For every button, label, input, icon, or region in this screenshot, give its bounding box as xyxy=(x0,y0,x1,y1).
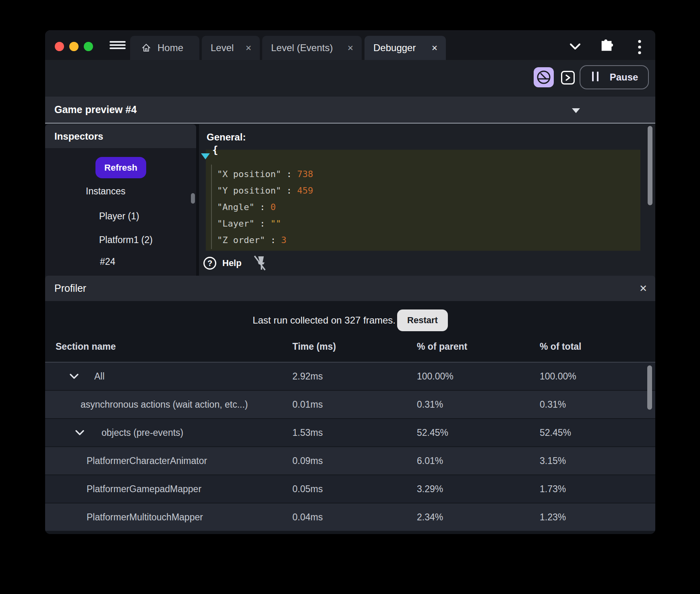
percent-of-parent: 3.29% xyxy=(417,484,443,495)
time-ms: 0.01ms xyxy=(292,399,323,410)
json-indent-guide xyxy=(211,165,212,249)
kebab-menu-icon[interactable] xyxy=(637,39,642,55)
inspector-item-24[interactable]: #24 xyxy=(100,256,115,267)
profiler-scrollbar[interactable] xyxy=(647,365,652,410)
tab-close-icon[interactable]: ✕ xyxy=(347,43,354,53)
section-name: All xyxy=(94,371,105,382)
tab-label: Debugger xyxy=(373,42,416,54)
time-ms: 0.04ms xyxy=(292,512,323,523)
refresh-button[interactable]: Refresh xyxy=(95,157,146,178)
window-close-button[interactable] xyxy=(55,42,64,51)
tab-home[interactable]: Home xyxy=(130,36,199,60)
collapse-caret-icon[interactable] xyxy=(572,108,580,113)
section-name: PlatformerCharacterAnimator xyxy=(87,456,207,466)
json-line: "Y position" : 459 xyxy=(217,186,313,196)
json-line: "Layer" : "" xyxy=(217,219,281,229)
general-scrollbar[interactable] xyxy=(648,126,652,205)
table-row[interactable]: PlatformerCharacterAnimator 0.09ms 6.01%… xyxy=(45,447,655,475)
json-line: "X position" : 738 xyxy=(217,169,313,179)
window-zoom-button[interactable] xyxy=(84,42,93,51)
pause-icon xyxy=(590,72,600,83)
inspectors-header: Inspectors xyxy=(45,124,196,148)
restart-button[interactable]: Restart xyxy=(397,309,448,331)
profiler-toggle-button[interactable] xyxy=(534,67,554,87)
tab-label: Home xyxy=(157,42,183,54)
tab-debugger[interactable]: Debugger ✕ xyxy=(364,36,446,60)
section-name: objects (pre-events) xyxy=(101,427,183,438)
json-open-brace: { xyxy=(212,144,218,156)
inspector-item-player[interactable]: Player (1) xyxy=(99,211,139,222)
home-icon xyxy=(141,42,152,54)
column-section-name: Section name xyxy=(56,341,116,352)
chevron-down-icon[interactable] xyxy=(75,430,85,436)
time-ms: 0.09ms xyxy=(292,456,323,466)
pause-label: Pause xyxy=(610,72,638,83)
extensions-puzzle-icon[interactable] xyxy=(599,38,614,54)
tab-level-events[interactable]: Level (Events) ✕ xyxy=(262,36,362,60)
json-line: "Angle" : 0 xyxy=(217,202,276,212)
percent-of-total: 1.23% xyxy=(540,512,566,523)
tab-close-icon[interactable]: ✕ xyxy=(245,43,252,53)
percent-of-parent: 2.34% xyxy=(417,512,443,523)
percent-of-total: 52.45% xyxy=(540,427,571,438)
tab-label: Level xyxy=(211,42,234,54)
pause-button[interactable]: Pause xyxy=(580,65,649,89)
help-icon[interactable]: ? xyxy=(203,257,216,270)
tab-close-icon[interactable]: ✕ xyxy=(431,43,438,53)
general-panel: General: { "X position" : 738 "Y positio… xyxy=(199,124,655,276)
menu-hamburger-icon[interactable] xyxy=(110,41,126,50)
inspectors-panel: Inspectors Refresh Instances Player (1) … xyxy=(45,124,196,276)
inspectors-scrollbar[interactable] xyxy=(191,193,195,204)
time-ms: 0.05ms xyxy=(292,484,323,495)
profiler-close-icon[interactable]: ✕ xyxy=(639,276,647,301)
table-row[interactable]: objects (pre-events) 1.53ms 52.45% 52.45… xyxy=(45,419,655,447)
percent-of-parent: 52.45% xyxy=(417,427,448,438)
game-preview-header[interactable]: Game preview #4 xyxy=(45,97,655,124)
inspectors-title: Inspectors xyxy=(54,124,103,148)
debugger-toolbar: Pause xyxy=(45,60,655,97)
column-percent-parent: % of parent xyxy=(417,341,467,352)
app-window: Home Level ✕ Level (Events) ✕ Debugger ✕ xyxy=(45,30,655,534)
chevron-down-icon[interactable] xyxy=(569,43,581,50)
percent-of-total: 3.15% xyxy=(540,456,566,466)
percent-of-parent: 6.01% xyxy=(417,456,443,466)
json-collapse-caret-icon[interactable] xyxy=(201,153,210,159)
console-button[interactable] xyxy=(561,71,575,85)
column-percent-total: % of total xyxy=(540,341,582,352)
chevron-right-icon xyxy=(565,74,571,81)
general-title: General: xyxy=(207,132,246,143)
time-ms: 2.92ms xyxy=(292,371,323,382)
table-row[interactable]: PlatformerMultitouchMapper 0.04ms 2.34% … xyxy=(45,503,655,532)
window-minimize-button[interactable] xyxy=(69,42,79,51)
section-name: PlatformerMultitouchMapper xyxy=(87,512,203,523)
tab-level[interactable]: Level ✕ xyxy=(202,36,260,60)
table-row[interactable]: All 2.92ms 100.00% 100.00% xyxy=(45,363,655,391)
profiler-status-row: Last run collected on 327 frames. Restar… xyxy=(45,309,655,331)
percent-of-parent: 0.31% xyxy=(417,399,443,410)
tab-label: Level (Events) xyxy=(271,42,333,54)
help-row: ? Help xyxy=(203,256,267,270)
profiler-status-text: Last run collected on 327 frames. xyxy=(253,315,396,326)
json-line: "Z order" : 3 xyxy=(217,235,286,245)
section-name: asynchronous actions (wait action, etc..… xyxy=(81,399,248,410)
inspector-item-instances[interactable]: Instances xyxy=(86,186,125,197)
debugger-panels: Inspectors Refresh Instances Player (1) … xyxy=(45,124,655,276)
pin-off-icon[interactable] xyxy=(252,255,267,271)
tab-strip: Home Level ✕ Level (Events) ✕ Debugger ✕ xyxy=(45,30,655,60)
profiler-body: Last run collected on 327 frames. Restar… xyxy=(45,301,655,534)
table-row[interactable]: PlatformerGamepadMapper 0.05ms 3.29% 1.7… xyxy=(45,475,655,503)
section-name: PlatformerGamepadMapper xyxy=(87,484,201,495)
percent-of-total: 1.73% xyxy=(540,484,566,495)
table-row[interactable]: asynchronous actions (wait action, etc..… xyxy=(45,391,655,419)
percent-of-parent: 100.00% xyxy=(417,371,454,382)
chevron-down-icon[interactable] xyxy=(69,373,79,380)
profiler-title: Profiler xyxy=(54,276,86,301)
game-preview-title: Game preview #4 xyxy=(54,97,137,123)
column-time: Time (ms) xyxy=(292,341,336,352)
inspector-item-platform1[interactable]: Platform1 (2) xyxy=(99,235,153,245)
table-header: Section name Time (ms) % of parent % of … xyxy=(45,341,655,353)
help-label[interactable]: Help xyxy=(222,258,242,268)
gauge-icon xyxy=(536,69,552,85)
profiler-header: Profiler ✕ xyxy=(45,276,655,301)
percent-of-total: 100.00% xyxy=(540,371,576,382)
